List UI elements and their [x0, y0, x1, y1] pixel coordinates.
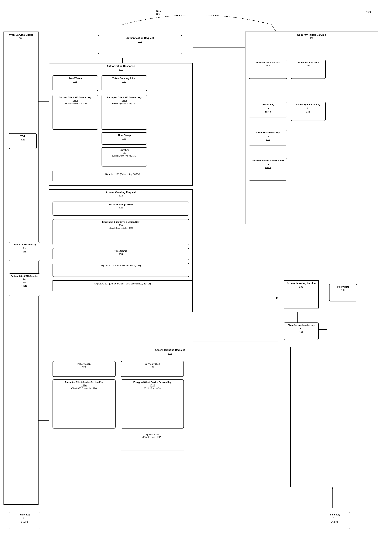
sts-title: Security Token Service — [246, 33, 377, 37]
enc-114b-note: (Secret Symmetric Key 161) — [103, 102, 146, 105]
sig134-note: (Private Key 163Pr) — [123, 436, 182, 438]
enc-114b-ref: 114B — [103, 99, 146, 102]
enc-131b-box: Encrypted Client-Service Session Key 131… — [121, 379, 184, 429]
auth-response-ref: 112 — [50, 68, 191, 71]
authentication-request-box: Authentication Request 111 — [98, 35, 182, 54]
client-sts-key-client-ref: 114 — [10, 250, 39, 253]
enc-114b-title: Encrypted Client/STS Session Key — [103, 96, 146, 99]
auth-response-title: Authorization Response — [50, 65, 191, 68]
sig119b-text: Signature 119 (Secret Symmetric Key 161) — [54, 264, 188, 267]
private-key-title: Private Key — [250, 103, 286, 106]
pt129-ref: 129 — [54, 366, 114, 369]
signature-121-box: Signature 121 (Private Key 163Pr) — [53, 171, 193, 181]
signature-127-box: Signature 127 (Derived Client /STS Sessi… — [53, 281, 193, 291]
ts118-title: Time Stamp — [103, 134, 146, 137]
secret-symmetric-key-box: Secret Symmetric Key 🗝 161 — [291, 102, 326, 121]
ts118b-ref: 118 — [54, 252, 188, 256]
proof-token-title: Proof Token — [54, 77, 97, 80]
policy-data-box: Policy Data 107 — [329, 284, 357, 302]
authentication-service-box: Authentication Service 103 — [249, 60, 287, 79]
client-sts-key-client-box: Client/STS Session Key 🗝 114 — [9, 242, 40, 261]
enc114-ref: 114 — [54, 224, 188, 227]
ssk-ref: 161 — [292, 110, 324, 113]
authentication-date-box: Authentication Date 104 — [291, 60, 326, 79]
st132-title: Service Token — [122, 362, 182, 366]
ts118b-title: Time Stamp — [54, 249, 188, 252]
client-service-session-key-box: Client-Service Session Key 🗝 131 — [284, 323, 319, 340]
tgt116b-ref: 116 — [54, 206, 188, 209]
client-sts-key-sts-ref: 114 — [250, 138, 286, 141]
auth-service-title: Authentication Service — [250, 61, 286, 64]
derived-client-sts-sts-ref: 140Dr — [250, 166, 286, 169]
pk163pu-ref: 163Pu — [10, 520, 39, 524]
tgt-box: TGT 116 — [9, 133, 37, 149]
policy-data-title: Policy Data — [330, 285, 356, 288]
enc114-note: (Secret Symmetric Key 161) — [54, 227, 188, 230]
proof-token-box: Proof Token 113 — [53, 75, 98, 91]
private-key-ref: 163Pr — [250, 110, 286, 113]
enc131a-note: (Client/STS Session Key 114) — [54, 387, 114, 390]
public-key-164pu-box: Public Key 🗝 164Pu — [319, 512, 350, 529]
sig134-title: Signature 134 — [123, 433, 182, 436]
derived-client-sts-client-box: Derived Client/STS Session Key 🗝 114Dr — [9, 273, 40, 296]
client-sts-key-sts-box: Client/STS Session Key 🗝 114 — [249, 130, 287, 145]
tgt-title-left: TGT — [10, 135, 35, 138]
tgt116b-title: Token Granting Token — [54, 203, 188, 206]
agr128-ref: 128 — [50, 352, 289, 355]
agr128-title: Access Granting Request — [50, 348, 289, 352]
secured-client-sts-ref: 114A — [54, 99, 97, 102]
figure-number: 100 — [366, 11, 371, 14]
client-sts-key-client-title: Client/STS Session Key — [10, 243, 39, 246]
signature-134-box: Signature 134 (Private Key 163Pr) — [121, 431, 184, 450]
auth-date-title: Authentication Date — [292, 61, 324, 64]
pt129-title: Proof Token — [54, 362, 114, 366]
enc131b-note: (Public Key 114Pu) — [122, 387, 182, 390]
enc-114-box: Encrypted Client/STS Session Key 114 (Se… — [53, 219, 189, 245]
tgt-ref-left: 116 — [10, 138, 35, 141]
auth-request-title: Authentication Request — [99, 36, 181, 40]
auth-request-ref: 111 — [99, 40, 181, 43]
web-service-client-title: Web Service Client — [5, 33, 37, 37]
access-granting-service-box: Access Granting Service 106 — [284, 281, 319, 309]
signature-119-box: Signature 119 (Secret Symmetric Key 161) — [102, 147, 147, 166]
policy-data-ref: 107 — [330, 288, 356, 292]
sig119-note: (Secret Symmetric Key 161) — [103, 155, 146, 157]
secured-client-sts-title: Secured Client/STS Session Key — [54, 96, 97, 99]
ags-ref: 106 — [285, 285, 317, 288]
auth-date-ref: 104 — [292, 64, 324, 67]
sig121-text: Signature 121 (Private Key 163Pr) — [105, 173, 140, 175]
ts118b-box: Time Stamp 118 — [53, 248, 189, 260]
derived-client-sts-client-ref: 114Dr — [10, 285, 39, 288]
agr122-title: Access Granting Request — [50, 191, 191, 194]
derived-client-sts-sts-box: Derived Client/STS Session Key 🗝 140Dr — [249, 158, 287, 180]
client-sts-key-sts-title: Client/STS Session Key — [250, 131, 286, 134]
encrypted-client-sts-114b-box: Encrypted Client/STS Session Key 114B (S… — [102, 95, 147, 130]
sig127-text: Signature 127 (Derived Client /STS Sessi… — [94, 282, 151, 285]
ssk-title: Secret Symmetric Key — [292, 103, 324, 106]
enc114-title: Encrypted Client/STS Session Key — [54, 221, 188, 224]
trust-label: Trust 191 — [156, 10, 161, 15]
svg-marker-10 — [276, 297, 278, 299]
sig119-text: Signature — [103, 149, 146, 151]
private-key-box: Private Key 🗝 163Pr — [249, 102, 287, 117]
cssk-title: Client-Service Session Key — [285, 324, 317, 327]
ts118-ref: 118 — [103, 137, 146, 140]
timestamp-118-box: Time Stamp 118 — [102, 132, 147, 144]
sig119-ref: 119 — [103, 151, 146, 155]
secured-client-sts-box: Secured Client/STS Session Key 114A (Sec… — [53, 95, 98, 130]
enc131a-title: Encrypted Client-Service Session Key — [54, 381, 114, 384]
tgt-ref: 116 — [103, 80, 146, 83]
proof-token-129-box: Proof Token 129 — [53, 361, 116, 377]
web-service-client-ref: 101 — [5, 37, 37, 40]
cssk-ref: 131 — [285, 331, 317, 334]
auth-service-ref: 103 — [250, 64, 286, 67]
sig119b-box: Signature 119 (Secret Symmetric Key 161) — [53, 263, 189, 277]
svg-marker-25 — [332, 487, 334, 489]
enc131b-title: Encrypted Client-Service Session Key — [122, 381, 182, 384]
pk163pu-title: Public Key — [10, 513, 39, 516]
ags-title: Access Granting Service — [285, 282, 317, 285]
enc131a-ref: 131A — [54, 384, 114, 387]
web-service-client-box: Web Service Client 101 — [4, 32, 39, 505]
service-token-132-box: Service Token 132 — [121, 361, 184, 377]
pk164pu-title: Public Key — [320, 513, 349, 516]
